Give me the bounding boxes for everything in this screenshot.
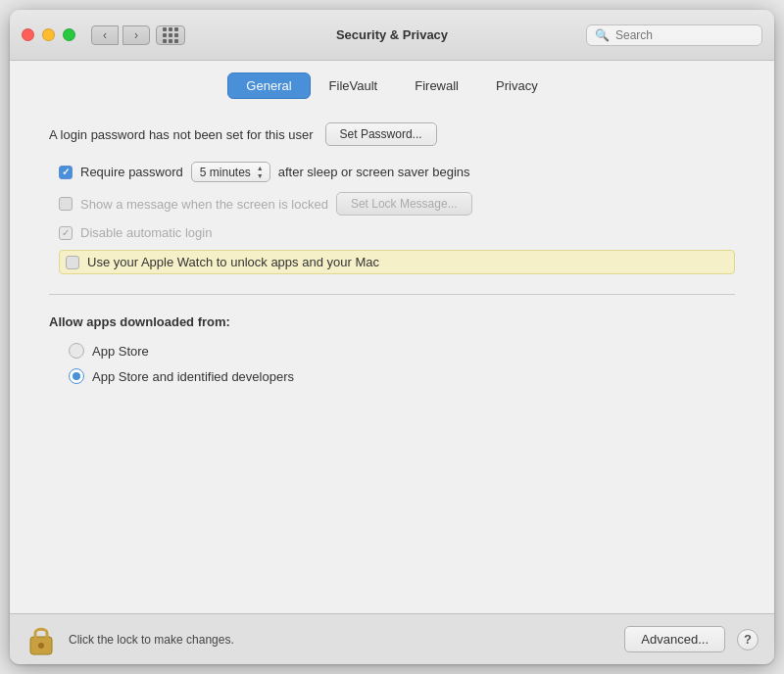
lock-button[interactable] bbox=[25, 622, 57, 657]
show-message-checkbox[interactable] bbox=[59, 197, 73, 211]
tab-filevault[interactable]: FileVault bbox=[311, 72, 397, 99]
require-password-checkbox[interactable] bbox=[59, 166, 73, 179]
svg-rect-1 bbox=[38, 643, 44, 649]
disable-auto-login-checkbox[interactable] bbox=[59, 226, 73, 240]
require-password-dropdown[interactable]: 5 minutes ▲ ▼ bbox=[191, 162, 270, 182]
back-button[interactable]: ‹ bbox=[91, 25, 119, 45]
maximize-button[interactable] bbox=[63, 28, 75, 41]
set-lock-message-button[interactable]: Set Lock Message... bbox=[336, 192, 472, 216]
grid-button[interactable] bbox=[156, 25, 185, 45]
nav-buttons: ‹ › bbox=[91, 25, 150, 45]
chevron-left-icon: ‹ bbox=[103, 28, 107, 42]
disable-auto-login-label: Disable automatic login bbox=[80, 225, 212, 240]
forward-button[interactable]: › bbox=[122, 25, 150, 45]
radio-group: App Store App Store and identified devel… bbox=[69, 343, 735, 384]
allow-apps-section: Allow apps downloaded from: App Store Ap… bbox=[49, 314, 735, 384]
bottom-bar: Click the lock to make changes. Advanced… bbox=[10, 613, 774, 664]
radio-app-store-identified[interactable] bbox=[69, 368, 84, 384]
dropdown-value: 5 minutes bbox=[200, 166, 251, 179]
content-area: A login password has not been set for th… bbox=[10, 99, 774, 613]
apple-watch-checkbox[interactable] bbox=[66, 256, 79, 269]
after-sleep-label: after sleep or screen saver begins bbox=[278, 165, 470, 179]
radio-row-app-store: App Store bbox=[69, 343, 735, 359]
tab-general[interactable]: General bbox=[227, 72, 310, 99]
login-password-text: A login password has not been set for th… bbox=[49, 127, 314, 142]
search-icon: 🔍 bbox=[595, 28, 610, 42]
tab-firewall[interactable]: Firewall bbox=[396, 72, 477, 99]
search-input[interactable] bbox=[615, 28, 754, 42]
minimize-button[interactable] bbox=[42, 28, 55, 41]
set-password-button[interactable]: Set Password... bbox=[325, 122, 437, 146]
traffic-lights bbox=[22, 28, 75, 41]
dropdown-arrow-icon: ▲ ▼ bbox=[257, 165, 264, 179]
allow-apps-title: Allow apps downloaded from: bbox=[49, 314, 735, 329]
tabs-bar: General FileVault Firewall Privacy bbox=[10, 61, 774, 99]
chevron-right-icon: › bbox=[134, 28, 138, 42]
radio-app-store-label: App Store bbox=[92, 344, 149, 359]
options-section: Require password 5 minutes ▲ ▼ after sle… bbox=[59, 162, 735, 274]
show-message-row: Show a message when the screen is locked… bbox=[59, 192, 735, 216]
lock-icon bbox=[27, 623, 55, 656]
radio-app-store-identified-label: App Store and identified developers bbox=[92, 369, 294, 384]
search-box[interactable]: 🔍 bbox=[586, 24, 762, 46]
window-title: Security & Privacy bbox=[336, 27, 448, 42]
disable-auto-login-row: Disable automatic login bbox=[59, 225, 735, 240]
radio-row-app-store-identified: App Store and identified developers bbox=[69, 368, 735, 384]
require-password-label: Require password bbox=[80, 165, 183, 179]
require-password-row: Require password 5 minutes ▲ ▼ after sle… bbox=[59, 162, 735, 182]
grid-icon bbox=[163, 27, 178, 43]
titlebar: ‹ › Security & Privacy 🔍 bbox=[10, 10, 774, 61]
apple-watch-label: Use your Apple Watch to unlock apps and … bbox=[87, 255, 379, 269]
show-message-label: Show a message when the screen is locked bbox=[80, 197, 328, 212]
radio-app-store[interactable] bbox=[69, 343, 84, 359]
window: ‹ › Security & Privacy 🔍 General FileVau… bbox=[10, 10, 774, 664]
lock-text: Click the lock to make changes. bbox=[69, 633, 612, 647]
apple-watch-row: Use your Apple Watch to unlock apps and … bbox=[59, 250, 735, 274]
login-password-row: A login password has not been set for th… bbox=[49, 122, 735, 146]
advanced-button[interactable]: Advanced... bbox=[624, 626, 725, 652]
help-button[interactable]: ? bbox=[737, 629, 759, 650]
close-button[interactable] bbox=[22, 28, 34, 41]
section-divider bbox=[49, 294, 735, 295]
tab-privacy[interactable]: Privacy bbox=[477, 72, 557, 99]
